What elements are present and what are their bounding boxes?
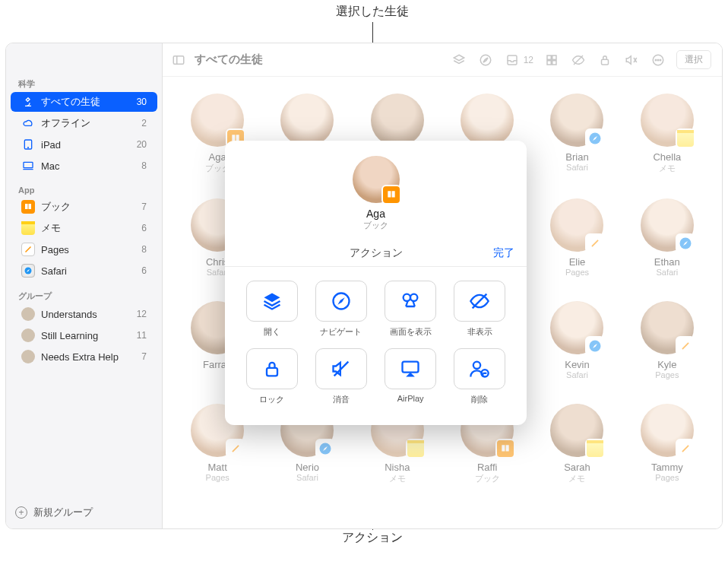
sidebar-item-label: Still Learning [41, 330, 98, 341]
callout-label: アクション [342, 531, 403, 544]
svg-point-21 [404, 294, 410, 301]
lock-icon[interactable] [597, 52, 613, 68]
sidebar-toggle-icon[interactable] [170, 52, 187, 68]
hide-button[interactable] [454, 281, 505, 322]
student-name: Elie [569, 256, 586, 268]
callout-actions: アクション [304, 530, 441, 546]
sidebar-item-offline[interactable]: オフライン 2 [11, 113, 157, 133]
svg-point-13 [657, 59, 659, 61]
student-tile[interactable]: Tammy Pages [628, 404, 707, 484]
sidebar-item-books[interactable]: ブック 7 [11, 197, 157, 217]
action-label: 画面を表示 [390, 326, 432, 338]
student-avatar [461, 94, 514, 147]
sidebar-item-label: iPad [41, 139, 61, 151]
action-label: 消音 [333, 394, 350, 405]
popover-title-row: アクション 完了 [225, 240, 527, 267]
navigate-button[interactable] [315, 281, 367, 322]
hide-icon[interactable] [570, 52, 587, 68]
svg-rect-24 [403, 362, 419, 373]
new-group-label: 新規グループ [33, 506, 93, 519]
action-navigate: ナビゲート [311, 281, 371, 338]
action-popover: Aga ブック アクション 完了 開く ナビゲート 画面を表示 非表示 ロック [225, 141, 527, 425]
books-badge-icon [381, 185, 401, 205]
sidebar-item-notes[interactable]: メモ 6 [11, 218, 157, 238]
student-tile[interactable]: Kevin Safari [537, 301, 616, 379]
screens-button[interactable] [385, 281, 436, 322]
student-name: Matt [208, 462, 227, 473]
mute-button[interactable] [315, 348, 367, 389]
select-button[interactable]: 選択 [676, 50, 711, 69]
student-name: Aga [209, 151, 226, 163]
student-avatar [371, 94, 424, 147]
notes-badge-icon [406, 439, 426, 459]
toolbar-actions: 12 選択 [451, 50, 711, 69]
action-screens: 画面を表示 [381, 281, 441, 338]
pages-app-icon [21, 243, 35, 256]
student-sub: Safari [656, 268, 678, 277]
action-hide: 非表示 [450, 281, 510, 338]
safari-badge-icon [585, 129, 605, 148]
notes-badge-icon [585, 439, 605, 459]
sidebar-item-mac[interactable]: Mac 8 [11, 156, 157, 176]
open-icon[interactable] [451, 52, 467, 68]
sidebar-item-pages[interactable]: Pages 8 [11, 240, 157, 259]
student-tile[interactable]: Kyle Pages [628, 301, 707, 379]
sidebar-item-count: 8 [141, 244, 147, 255]
sidebar-item-all-students[interactable]: すべての生徒 30 [11, 92, 157, 112]
student-avatar [550, 301, 603, 354]
open-button[interactable] [246, 281, 298, 322]
lock-icon [261, 358, 283, 379]
mute-icon [331, 358, 352, 379]
svg-point-5 [480, 55, 491, 65]
sidebar-item-ipad[interactable]: iPad 20 [11, 135, 157, 154]
pages-badge-icon [585, 233, 605, 253]
action-open: 開く [242, 281, 302, 338]
sidebar-item-label: Safari [41, 265, 67, 277]
more-icon[interactable] [650, 52, 666, 68]
sidebar-item-count: 12 [137, 309, 147, 319]
popover-header: Aga ブック [225, 141, 527, 240]
student-tile[interactable]: Sarah メモ [537, 404, 616, 484]
selected-student-avatar [353, 156, 400, 203]
new-group-button[interactable]: + 新規グループ [6, 500, 162, 528]
callout-label: 選択した生徒 [336, 5, 409, 17]
student-sub: メモ [568, 473, 585, 484]
action-remove: 削除 [450, 348, 510, 405]
group-avatar-icon [21, 328, 35, 342]
notes-app-icon [21, 221, 35, 235]
navigate-icon[interactable] [477, 52, 494, 68]
student-tile[interactable]: Brian Safari [537, 94, 616, 174]
student-sub: Pages [655, 370, 679, 379]
sidebar-item-safari[interactable]: Safari 6 [11, 261, 157, 281]
safari-app-icon [21, 264, 35, 278]
sidebar-item-group-still-learning[interactable]: Still Learning 11 [11, 325, 157, 345]
toolbar: すべての生徒 12 選択 [163, 43, 722, 77]
sidebar-item-count: 7 [141, 351, 147, 362]
done-button[interactable]: 完了 [493, 246, 514, 260]
sidebar-item-label: Pages [41, 244, 69, 255]
student-tile[interactable]: Ethan Safari [628, 198, 707, 277]
action-grid: 開く ナビゲート 画面を表示 非表示 ロック 消音 AirPlay 削除 [225, 267, 527, 410]
mute-icon[interactable] [623, 52, 640, 68]
lock-button[interactable] [246, 348, 298, 389]
navigate-icon [331, 290, 352, 312]
screens-icon[interactable] [543, 52, 560, 68]
sidebar-item-count: 6 [141, 265, 147, 276]
student-sub: ブック [475, 473, 500, 484]
done-label: 完了 [493, 246, 514, 259]
remove-button[interactable] [454, 348, 505, 389]
inbox-icon[interactable] [504, 52, 521, 68]
sidebar-item-count: 30 [137, 97, 147, 107]
student-sub: メモ [389, 473, 406, 484]
student-tile[interactable]: Chella メモ [628, 94, 707, 174]
group-avatar-icon [21, 307, 35, 321]
sidebar-item-group-needs-help[interactable]: Needs Extra Help 7 [11, 347, 157, 367]
airplay-button[interactable] [385, 348, 436, 389]
sidebar-item-group-understands[interactable]: Understands 12 [11, 304, 157, 324]
action-label: ナビゲート [320, 326, 362, 338]
student-name: Tammy [651, 462, 683, 473]
action-airplay: AirPlay [381, 348, 441, 405]
group-avatar-icon [21, 350, 35, 363]
student-tile[interactable]: Elie Pages [537, 198, 616, 277]
microscope-icon [21, 95, 35, 109]
